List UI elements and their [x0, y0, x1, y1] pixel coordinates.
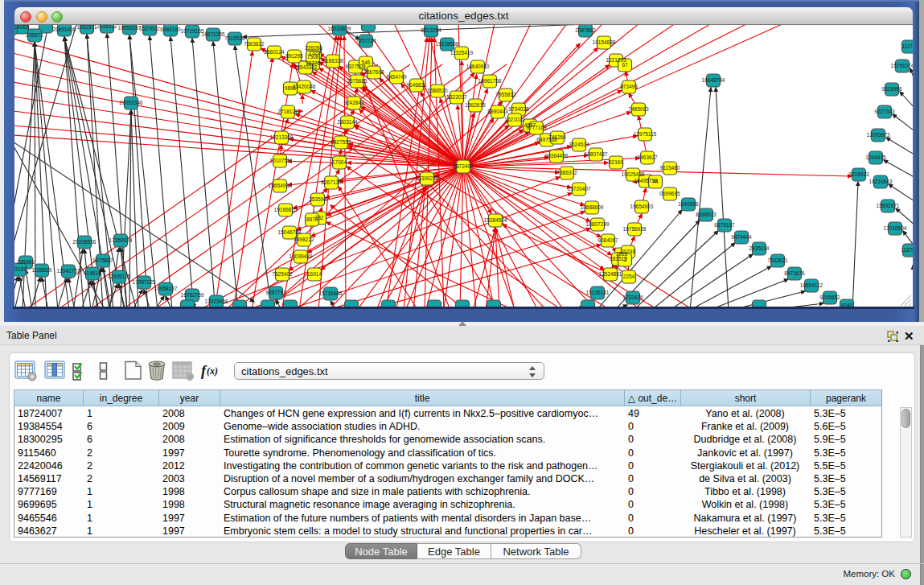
svg-text:226058: 226058 [305, 45, 322, 51]
svg-text:9975887: 9975887 [92, 257, 113, 263]
svg-text:15300275: 15300275 [416, 175, 439, 181]
svg-text:8660124: 8660124 [264, 49, 285, 55]
svg-text:7663822: 7663822 [244, 41, 265, 47]
svg-text:3675685: 3675685 [347, 78, 368, 84]
svg-text:19166825: 19166825 [274, 207, 298, 212]
svg-text:9329966: 9329966 [881, 86, 902, 92]
svg-text:3498222: 3498222 [294, 237, 314, 242]
svg-text:12093873: 12093873 [867, 132, 890, 138]
svg-text:9777169: 9777169 [526, 125, 547, 130]
svg-text:7632621: 7632621 [767, 257, 788, 263]
svg-text:8454749: 8454749 [386, 74, 407, 80]
svg-text:14099489: 14099489 [290, 253, 313, 259]
svg-text:29053346: 29053346 [120, 100, 143, 105]
svg-text:9115460: 9115460 [660, 165, 680, 171]
svg-text:9857791: 9857791 [265, 290, 286, 295]
svg-text:8938923: 8938923 [696, 212, 717, 217]
svg-text:2: 2 [623, 257, 626, 262]
svg-text:1527602: 1527602 [139, 26, 160, 31]
svg-text:7625402: 7625402 [272, 271, 293, 277]
svg-text:12923468: 12923468 [205, 299, 228, 304]
svg-text:0699695: 0699695 [659, 191, 680, 196]
svg-text:8990443: 8990443 [487, 109, 508, 114]
svg-text:7485063: 7485063 [628, 106, 649, 112]
svg-text:10807487: 10807487 [585, 151, 608, 157]
svg-text:12975115: 12975115 [634, 131, 657, 137]
svg-text:1156829: 1156829 [32, 267, 52, 273]
svg-text:10961758: 10961758 [478, 78, 502, 84]
svg-text:20364456: 20364456 [545, 153, 569, 159]
svg-text:8427552: 8427552 [331, 139, 351, 145]
svg-text:10756928: 10756928 [623, 226, 647, 232]
svg-text:15046788: 15046788 [278, 229, 302, 235]
svg-text:17016504: 17016504 [884, 225, 907, 231]
svg-text:11174: 11174 [901, 43, 913, 49]
svg-text:1052371: 1052371 [76, 25, 97, 30]
svg-text:18807249: 18807249 [586, 221, 610, 227]
svg-text:2867608: 2867608 [363, 69, 384, 75]
svg-text:12505135: 12505135 [108, 274, 131, 279]
svg-text:1640956: 1640956 [678, 201, 699, 207]
svg-text:20691406: 20691406 [53, 27, 76, 32]
svg-text:44: 44 [652, 179, 659, 184]
svg-text:9245652: 9245652 [819, 295, 840, 300]
svg-text:15751074: 15751074 [891, 63, 913, 68]
svg-text:10958137: 10958137 [154, 286, 178, 291]
svg-text:546: 546 [362, 60, 371, 65]
svg-text:8878: 8878 [306, 216, 318, 222]
svg-text:1872400: 1872400 [453, 163, 474, 169]
svg-text:8471676: 8471676 [784, 270, 805, 276]
svg-text:116753: 116753 [901, 247, 913, 253]
svg-text:12942757: 12942757 [57, 268, 80, 274]
svg-text:1588520: 1588520 [427, 88, 448, 93]
svg-text:973493: 973493 [620, 84, 638, 89]
svg-text:13524851: 13524851 [599, 271, 622, 277]
svg-text:8813054: 8813054 [421, 27, 441, 33]
svg-text:2935114: 2935114 [749, 245, 770, 251]
svg-text:114519: 114519 [84, 270, 101, 276]
svg-text:10654112: 10654112 [800, 282, 823, 288]
svg-text:19654932: 19654932 [269, 183, 292, 188]
svg-text:353594: 353594 [309, 196, 326, 202]
svg-text:6879197: 6879197 [714, 222, 735, 228]
svg-text:33159: 33159 [14, 266, 27, 272]
svg-text:7955812: 7955812 [495, 92, 516, 97]
svg-text:8186328: 8186328 [322, 58, 343, 64]
svg-text:9227343: 9227343 [874, 109, 895, 114]
svg-text:9146821: 9146821 [406, 82, 427, 88]
svg-text:2803144: 2803144 [337, 119, 358, 125]
svg-text:16543382: 16543382 [294, 64, 318, 70]
svg-text:5322037: 5322037 [446, 94, 467, 100]
svg-text:7357224: 7357224 [355, 38, 376, 43]
svg-text:1733426: 1733426 [622, 295, 643, 300]
svg-text:15720407: 15720407 [568, 186, 591, 192]
svg-text:205571: 205571 [26, 32, 43, 38]
svg-text:15384504: 15384504 [484, 217, 507, 223]
svg-text:1010755: 1010755 [269, 158, 290, 163]
svg-text:67: 67 [622, 62, 628, 68]
svg-text:62160: 62160 [609, 159, 623, 165]
svg-text:7508: 7508 [307, 54, 319, 60]
svg-text:16033809: 16033809 [328, 26, 351, 31]
svg-text:19218506: 19218506 [436, 41, 459, 47]
svg-text:2105332: 2105332 [97, 25, 117, 29]
svg-text:1562615: 1562615 [465, 102, 486, 108]
svg-text:9242843: 9242843 [343, 100, 364, 105]
svg-text:17359924: 17359924 [109, 237, 133, 243]
svg-text:3215933: 3215933 [848, 171, 869, 177]
svg-text:1621022: 1621022 [504, 117, 525, 122]
svg-text:20746: 20746 [621, 249, 635, 254]
svg-text:8267130: 8267130 [321, 179, 342, 185]
svg-text:(x): (x) [207, 365, 218, 377]
svg-text:17004: 17004 [332, 159, 347, 165]
svg-text:2254: 2254 [623, 274, 635, 279]
svg-text:14055: 14055 [14, 25, 29, 30]
svg-text:15136141: 15136141 [586, 290, 610, 295]
svg-text:7386372: 7386372 [556, 170, 577, 175]
svg-text:9474444: 9474444 [731, 234, 752, 240]
svg-text:9463627: 9463627 [637, 154, 658, 160]
svg-text:335061: 335061 [17, 259, 35, 265]
svg-text:1244415: 1244415 [865, 154, 886, 160]
svg-text:10025438: 10025438 [622, 171, 645, 177]
svg-text:19654923: 19654923 [630, 204, 654, 209]
